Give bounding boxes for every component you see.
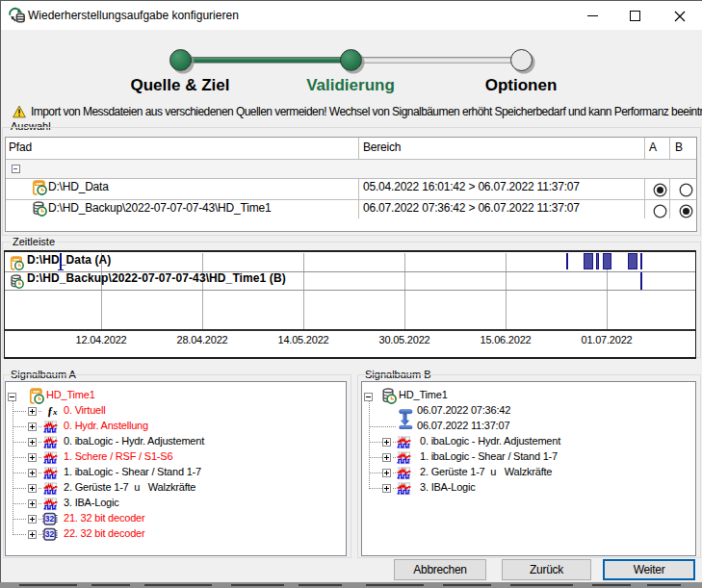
svg-text:32: 32 xyxy=(45,529,55,539)
svg-text:32: 32 xyxy=(45,514,55,524)
